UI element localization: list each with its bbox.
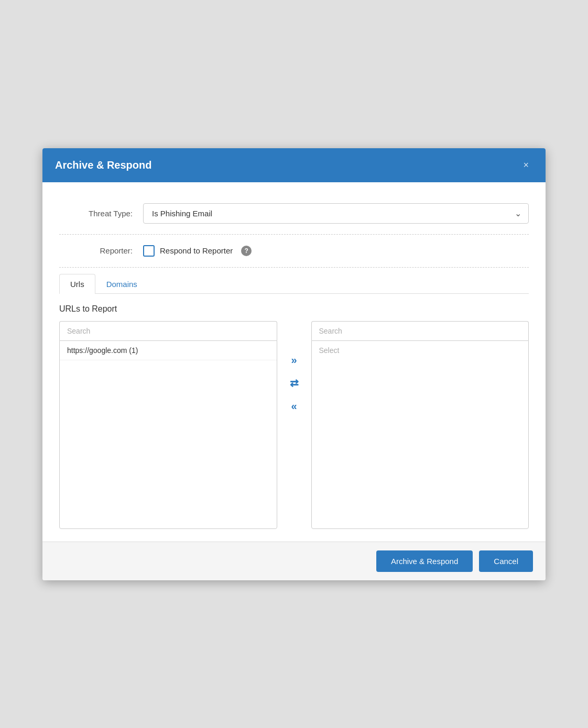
threat-type-select[interactable]: Is Phishing Email Is Malware Is Spam Is … <box>143 203 529 224</box>
archive-respond-button[interactable]: Archive & Respond <box>376 550 473 572</box>
archive-respond-dialog: Archive & Respond × Threat Type: Is Phis… <box>42 148 546 580</box>
divider-2 <box>59 267 529 268</box>
dialog-title: Archive & Respond <box>55 159 151 171</box>
reporter-checkbox-wrapper: Respond to Reporter ? <box>143 245 252 257</box>
urls-section: URLs to Report https://google.com (1) » … <box>59 304 529 529</box>
transfer-back-button[interactable]: « <box>287 399 301 413</box>
divider-1 <box>59 234 529 235</box>
transfer-swap-button[interactable]: ⇄ <box>286 376 303 390</box>
right-panel: Select <box>311 321 529 529</box>
left-search-input[interactable] <box>59 321 277 340</box>
threat-type-label: Threat Type: <box>59 209 143 218</box>
tabs-container: Urls Domains <box>59 270 529 294</box>
transfer-forward-button[interactable]: » <box>287 352 301 367</box>
left-list-box: https://google.com (1) <box>59 340 277 529</box>
right-search-input[interactable] <box>311 321 529 340</box>
reporter-label: Reporter: <box>59 246 143 255</box>
respond-to-reporter-checkbox[interactable] <box>143 245 155 257</box>
tab-domains[interactable]: Domains <box>95 274 148 294</box>
list-item[interactable]: https://google.com (1) <box>60 341 277 360</box>
right-list-box: Select <box>311 340 529 529</box>
close-button[interactable]: × <box>519 158 533 173</box>
cancel-button[interactable]: Cancel <box>479 550 533 572</box>
dialog-body: Threat Type: Is Phishing Email Is Malwar… <box>42 182 546 542</box>
swap-icon: ⇄ <box>290 377 299 389</box>
threat-type-row: Threat Type: Is Phishing Email Is Malwar… <box>59 195 529 232</box>
tab-urls[interactable]: Urls <box>59 274 95 294</box>
urls-section-title: URLs to Report <box>59 304 529 314</box>
reporter-row: Reporter: Respond to Reporter ? <box>59 237 529 265</box>
transfer-container: https://google.com (1) » ⇄ « Select <box>59 321 529 529</box>
threat-type-select-wrapper: Is Phishing Email Is Malware Is Spam Is … <box>143 203 529 224</box>
left-panel: https://google.com (1) <box>59 321 277 529</box>
transfer-controls: » ⇄ « <box>277 352 311 413</box>
dialog-header: Archive & Respond × <box>42 148 546 182</box>
dialog-footer: Archive & Respond Cancel <box>42 542 546 580</box>
help-icon[interactable]: ? <box>241 246 252 256</box>
right-select-placeholder: Select <box>312 341 529 360</box>
respond-to-reporter-label: Respond to Reporter <box>160 246 233 255</box>
